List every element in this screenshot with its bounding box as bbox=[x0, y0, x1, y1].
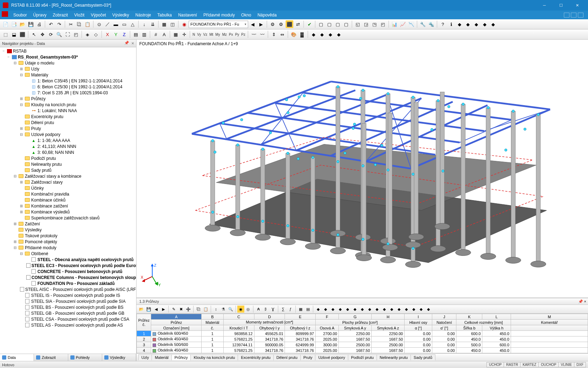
chart-icon[interactable]: 📊 bbox=[391, 20, 398, 28]
tree-item[interactable]: Nelinearity prutu bbox=[0, 161, 136, 167]
menu-nástroje[interactable]: Nástroje bbox=[132, 11, 154, 19]
table-tab[interactable]: Excentricity prutu bbox=[238, 354, 273, 360]
nav-tab-pohledy[interactable]: Pohledy bbox=[68, 354, 102, 361]
redo-icon[interactable]: ↷ bbox=[55, 20, 63, 28]
grid-icon[interactable]: ▦ bbox=[160, 20, 168, 28]
table-row[interactable]: 1Obdélník 600/4501983858.12455625.018099… bbox=[137, 331, 588, 336]
tree-toggle-icon[interactable]: ⊞ bbox=[19, 127, 23, 130]
info-icon[interactable]: ℹ bbox=[447, 20, 455, 28]
ex4-icon[interactable]: ◆ bbox=[481, 20, 489, 28]
table-row[interactable]: 4Obdélník 450/4501576821.25341718.763417… bbox=[137, 348, 588, 353]
v-rotate-icon[interactable]: ⟳ bbox=[47, 30, 55, 38]
tree-item[interactable]: ⊞Pruty bbox=[0, 125, 136, 131]
viewport-3d[interactable]: FOUNDATION Pro PŘ1 - Fundamente Achse A … bbox=[136, 40, 588, 298]
module-icon[interactable]: ◉ bbox=[180, 20, 188, 28]
tree-item[interactable]: Účinky bbox=[0, 185, 136, 191]
tbl-find-icon[interactable]: 🔍 bbox=[227, 306, 234, 313]
window4-icon[interactable]: ▢ bbox=[342, 20, 350, 28]
tree-toggle-icon[interactable]: ⊟ bbox=[13, 246, 17, 250]
tree-item[interactable]: ◫6: Beton C25/30 | EN 1992-1-1:2004/A1:2… bbox=[0, 84, 136, 90]
window3-icon[interactable]: ▢ bbox=[334, 20, 342, 28]
v-scale2-icon[interactable]: ⇔ bbox=[278, 30, 286, 38]
tbl-fn-icon[interactable]: ƒ bbox=[287, 306, 294, 313]
mdi-close[interactable] bbox=[578, 13, 583, 18]
table-tab[interactable]: Pruty bbox=[300, 354, 316, 360]
tbl-view-icon[interactable]: ▦ bbox=[297, 306, 304, 313]
v-x-icon[interactable]: X bbox=[104, 30, 111, 38]
tree-item[interactable]: ⊞Kombinace zatížení bbox=[0, 203, 136, 209]
tree-item[interactable]: Podloží prutu bbox=[0, 155, 136, 161]
tree-item[interactable]: ▲3: 60,68; NAN NNN bbox=[0, 149, 136, 155]
v-mesh-icon[interactable]: ▦ bbox=[172, 30, 180, 38]
check-icon[interactable]: ✔ bbox=[306, 20, 313, 28]
v-wire-icon[interactable]: ⬓ bbox=[10, 30, 18, 38]
tree-toggle-icon[interactable]: ⊞ bbox=[19, 204, 23, 208]
v-lbl-icon[interactable]: A bbox=[160, 30, 168, 38]
tbl-e3-icon[interactable]: ◆ bbox=[329, 306, 336, 313]
view1-icon[interactable]: ◱ bbox=[354, 20, 362, 28]
tree-item[interactable]: ⊟Uzlové podpory bbox=[0, 131, 136, 137]
support-icon[interactable]: △ bbox=[129, 20, 136, 28]
tree-toggle-icon[interactable]: ⊞ bbox=[19, 210, 23, 214]
menu-výpočet[interactable]: Výpočet bbox=[88, 11, 109, 19]
tbl-del-icon[interactable]: ✖ bbox=[177, 306, 184, 313]
mdi-restore[interactable] bbox=[571, 13, 576, 18]
tbl-e2-icon[interactable]: ◆ bbox=[322, 306, 329, 313]
view2-icon[interactable]: ◲ bbox=[362, 20, 370, 28]
window1-icon[interactable]: ▢ bbox=[317, 20, 325, 28]
results-icon[interactable]: ⬛ bbox=[286, 20, 293, 28]
ex5-icon[interactable]: ◆ bbox=[489, 20, 497, 28]
menu-vložit[interactable]: Vložit bbox=[71, 11, 88, 19]
tbl-e15-icon[interactable]: ◆ bbox=[418, 306, 425, 313]
minimize-button[interactable]: ─ bbox=[537, 0, 552, 10]
view4-icon[interactable]: ◰ bbox=[379, 20, 387, 28]
panel-close-icon[interactable]: × bbox=[584, 299, 586, 304]
load2-icon[interactable]: ⇊ bbox=[149, 20, 156, 28]
cut-icon[interactable]: ✂ bbox=[67, 20, 75, 28]
v-color2-icon[interactable]: ▓ bbox=[298, 30, 306, 38]
table-tab[interactable]: Sady prutů bbox=[411, 354, 435, 360]
tree-item[interactable]: ⊞Kombinace výsledků bbox=[0, 209, 136, 215]
menu-nápověda[interactable]: Nápověda bbox=[254, 11, 280, 19]
tbl-save-icon[interactable]: 💾 bbox=[145, 306, 152, 313]
next-icon[interactable]: ▶ bbox=[257, 20, 265, 28]
tbl-e9-icon[interactable]: ◆ bbox=[373, 306, 380, 313]
view3-icon[interactable]: ◳ bbox=[371, 20, 378, 28]
tree-item[interactable]: STEEL SIA - Posouzení ocelových prutů po… bbox=[0, 298, 136, 304]
v-clip-icon[interactable]: ▤ bbox=[132, 30, 140, 38]
new-var-icon[interactable]: 📑 bbox=[10, 20, 18, 28]
v-section-icon[interactable]: ▥ bbox=[140, 30, 148, 38]
menu-nastavení[interactable]: Nastavení bbox=[175, 11, 200, 19]
tree-toggle-icon[interactable]: ⊞ bbox=[19, 97, 23, 101]
v-color-icon[interactable]: 🎨 bbox=[290, 30, 298, 38]
tree-item[interactable]: ⊞Zatížení bbox=[0, 221, 136, 227]
status-cell[interactable]: DXF bbox=[574, 362, 586, 367]
tbl-a-icon[interactable]: ₳ bbox=[255, 306, 262, 313]
tree-toggle-icon[interactable]: ⊞ bbox=[13, 222, 17, 226]
menu-výsledky[interactable]: Výsledky bbox=[109, 11, 132, 19]
v-iso-icon[interactable]: ◈ bbox=[84, 30, 91, 38]
tree-item[interactable]: ⊟Klouby na koncích prutu bbox=[0, 102, 136, 108]
pin-icon[interactable]: 📌 bbox=[124, 41, 129, 46]
chart2-icon[interactable]: 📈 bbox=[399, 20, 407, 28]
v-num-icon[interactable]: # bbox=[152, 30, 160, 38]
layer-icon[interactable]: ◫ bbox=[169, 20, 176, 28]
v-new-icon[interactable]: ⬚ bbox=[2, 30, 9, 38]
undo-icon[interactable]: ↶ bbox=[47, 20, 55, 28]
tree-item[interactable]: STEEL GB - Posouzení ocelových prutů pod… bbox=[0, 310, 136, 316]
prev-icon[interactable]: ◀ bbox=[249, 20, 257, 28]
tree-toggle-icon[interactable]: ⊞ bbox=[19, 180, 23, 184]
line-icon[interactable]: ／ bbox=[104, 20, 111, 28]
pin-icon[interactable]: 📌 bbox=[578, 299, 583, 304]
load-icon[interactable]: ↓ bbox=[140, 20, 148, 28]
save-icon[interactable]: 💾 bbox=[27, 20, 35, 28]
tbl-e5-icon[interactable]: ◆ bbox=[344, 306, 351, 313]
v-scale-icon[interactable]: ⇕ bbox=[270, 30, 278, 38]
print-icon[interactable]: 🖨 bbox=[35, 20, 43, 28]
tbl-filter-icon[interactable]: ⚗ bbox=[220, 306, 227, 313]
tree-item[interactable]: ◫1: Beton C35/45 | EN 1992-1-1:2004/A1:2… bbox=[0, 78, 136, 84]
tree-item[interactable]: ⊞Průřezy bbox=[0, 96, 136, 102]
tree-item[interactable]: ⊟Materiály bbox=[0, 72, 136, 78]
table-tab[interactable]: Dělení prutu bbox=[273, 354, 301, 360]
tree-toggle-icon[interactable]: ⊟ bbox=[19, 132, 23, 136]
